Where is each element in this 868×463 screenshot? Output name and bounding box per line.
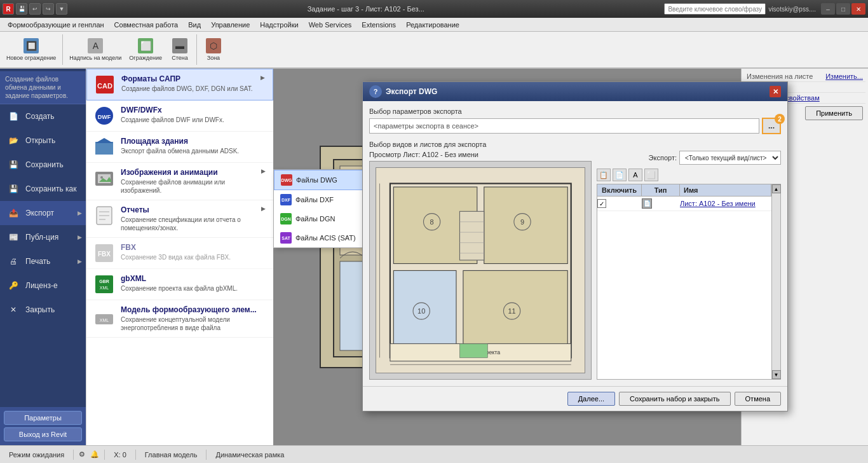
menu-item-publish[interactable]: 📰 Публ-ция ▶	[0, 225, 86, 249]
undo-btn[interactable]: ↩	[29, 3, 41, 15]
preview-area: Просмотр Лист: A102 - Без имени	[369, 151, 592, 380]
row-type-cell: 📄	[642, 198, 680, 209]
menu-manage[interactable]: Управление	[206, 20, 255, 30]
row-checkbox[interactable]: ✓	[597, 199, 606, 208]
format-item-reports[interactable]: Отчеты Сохранение спецификации или отчет…	[86, 200, 273, 238]
fbx-format-icon: FBX	[94, 243, 114, 263]
dialog-close-button[interactable]: ✕	[770, 86, 781, 97]
svg-text:CAD: CAD	[97, 82, 112, 90]
svg-text:9: 9	[520, 218, 524, 226]
menu-addins[interactable]: Надстройки	[255, 20, 303, 30]
export-table-header: Включить Тип Имя	[597, 184, 771, 197]
menu-formwork[interactable]: Формообразующие и генплан	[3, 20, 109, 30]
dialog-help-button[interactable]: ?	[369, 85, 382, 98]
export-dwg-dialog: ? Экспорт DWG ✕ Выбор параметров экспорт…	[362, 81, 788, 411]
close-button[interactable]: ✕	[851, 3, 865, 15]
export-label: Экспорт:	[649, 154, 677, 162]
status-sep-4	[206, 450, 207, 460]
ribbon-btn-text[interactable]: A Надпись на модели	[65, 33, 125, 66]
menu-collaboration[interactable]: Совместная работа	[109, 20, 184, 30]
svg-text:8: 8	[430, 218, 433, 226]
menu-item-license[interactable]: 🔑 Лиценз-е	[0, 273, 86, 298]
wall-icon: ▬	[172, 38, 187, 53]
model-format-icon: XML	[94, 305, 114, 326]
app-icon[interactable]: R	[3, 3, 14, 15]
open-icon: 📂	[6, 134, 20, 148]
svg-text:XML: XML	[100, 286, 109, 290]
format-item-fbx[interactable]: FBX FBX Сохранение 3D вида как файла FBX…	[86, 238, 273, 269]
menu-webservices[interactable]: Web Services	[304, 20, 357, 30]
params-button[interactable]: Параметры	[4, 411, 82, 425]
format-item-site[interactable]: Площадка здания Экспорт файла обмена дан…	[86, 132, 273, 163]
title-bar: R 💾 ↩ ↪ ▼ Задание - шаг 3 - Лист: A102 -…	[0, 0, 868, 18]
export-params-row: ... 2	[369, 118, 781, 134]
close-menu-icon: ✕	[6, 303, 20, 317]
search-input[interactable]	[664, 3, 766, 15]
dialog-body: Выбор параметров экспорта ... 2 Выбор ви…	[363, 101, 787, 386]
print-icon: 🖨	[6, 254, 20, 268]
export-icon: 📤	[6, 206, 20, 220]
save-quick-btn[interactable]: 💾	[16, 3, 27, 15]
cad-format-icon: CAD	[95, 74, 115, 95]
window-title: Задание - шаг 3 - Лист: A102 - Без...	[67, 5, 664, 13]
next-button[interactable]: Далее...	[567, 392, 615, 406]
svg-point-25	[100, 176, 103, 179]
export-select[interactable]: <Только текущий вид/лист>Все листыВсе ви…	[679, 151, 781, 165]
export-params-browse-button[interactable]: ... 2	[762, 118, 781, 134]
minimize-button[interactable]: –	[821, 3, 835, 15]
export-params-input[interactable]	[369, 118, 759, 134]
ribbon-btn-fence2[interactable]: ⬜ Ограждение	[125, 33, 166, 66]
cancel-button[interactable]: Отмена	[735, 392, 781, 406]
menu-item-save-as[interactable]: 💾 Сохранить как	[0, 177, 86, 201]
format-item-model[interactable]: XML Модель формообразующего элем... Сохр…	[86, 300, 273, 338]
format-item-gbxml[interactable]: GBRXML gbXML Сохранение проекта как файл…	[86, 269, 273, 300]
menu-extensions[interactable]: Extensions	[356, 20, 401, 30]
export-tool-btn-2[interactable]: 📄	[613, 169, 627, 181]
export-top-row: Экспорт: <Только текущий вид/лист>Все ли…	[597, 151, 781, 165]
export-tool-btn-4[interactable]: ⬜	[644, 169, 658, 181]
scroll-up-button[interactable]: ▲	[772, 184, 781, 193]
format-item-dwf[interactable]: DWF DWF/DWFx Создание файлов DWF или DWF…	[86, 100, 273, 132]
format-item-cad[interactable]: CAD Форматы САПР Создание файлов DWG, DX…	[86, 69, 273, 100]
svg-rect-59	[459, 343, 487, 357]
ribbon: 🔲 Новое ограждение A Надпись на модели ⬜…	[0, 32, 868, 69]
menu-item-create[interactable]: 📄 Создать	[0, 104, 86, 128]
svg-rect-41	[484, 187, 567, 263]
row-name-cell[interactable]: Лист: A102 - Без имени	[680, 200, 771, 207]
scroll-down-button[interactable]: ▼	[772, 370, 781, 379]
export-tool-btn-3[interactable]: A	[628, 169, 642, 181]
zone-icon: ⬡	[206, 38, 221, 53]
menu-item-close[interactable]: ✕ Закрыть	[0, 298, 86, 322]
ribbon-btn-zone[interactable]: ⬡ Зона	[200, 33, 227, 66]
views-label: Выбор видов и листов для экспорта	[369, 141, 781, 148]
dialog-footer: Далее... Сохранить набор и закрыть Отмен…	[363, 386, 787, 411]
menu-item-export[interactable]: 📤 Экспорт ▶	[0, 201, 86, 225]
dialog-title-bar: ? Экспорт DWG ✕	[363, 82, 787, 101]
main-area: 📋 A104 - Без имени 📄 План этажа: Копия (…	[0, 69, 868, 445]
app-menu-header: Создание файлов обмена данными и задание…	[0, 71, 86, 104]
maximize-button[interactable]: □	[836, 3, 850, 15]
redo-btn[interactable]: ↪	[43, 3, 54, 15]
format-item-images[interactable]: Изображения и анимации Сохранение файлов…	[86, 163, 273, 200]
menu-edit[interactable]: Редактирование	[401, 20, 465, 30]
cad-arrow: ▶	[261, 74, 265, 81]
ribbon-btn-fence[interactable]: 🔲 Новое ограждение	[3, 33, 60, 66]
status-sep-3	[135, 450, 136, 460]
menu-item-open[interactable]: 📂 Открыть	[0, 128, 86, 153]
app-menu-formats: CAD Форматы САПР Создание файлов DWG, DX…	[86, 69, 273, 445]
app-menu-left: Создание файлов обмена данными и задание…	[0, 69, 86, 445]
menu-item-save[interactable]: 💾 Сохранить	[0, 153, 86, 177]
export-toolbar: 📋 📄 A ⬜	[597, 169, 781, 181]
exit-revit-button[interactable]: Выход из Revit	[4, 427, 82, 441]
fence2-icon: ⬜	[138, 38, 153, 53]
more-quick-btn[interactable]: ▼	[56, 3, 67, 15]
publish-icon: 📰	[6, 230, 20, 244]
export-tool-btn-1[interactable]: 📋	[597, 169, 611, 181]
images-format-icon	[94, 168, 114, 188]
menu-view[interactable]: Вид	[183, 20, 206, 30]
dwf-format-icon: DWF	[94, 106, 114, 126]
menu-item-print[interactable]: 🖨 Печать ▶	[0, 249, 86, 273]
ribbon-btn-wall[interactable]: ▬ Стена	[166, 33, 194, 66]
save-close-button[interactable]: Сохранить набор и закрыть	[619, 392, 730, 406]
export-panel: Экспорт: <Только текущий вид/лист>Все ли…	[597, 151, 781, 380]
